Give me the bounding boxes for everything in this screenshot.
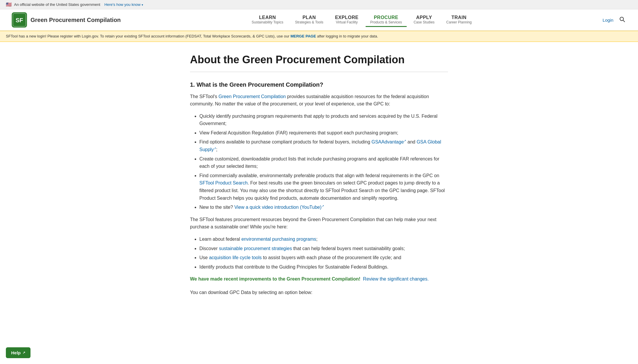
page-title: About the Green Procurement Compilation xyxy=(190,54,448,66)
improvement-notice: We have made recent improvements to the … xyxy=(190,275,448,283)
paragraph2: The SFTool features procurement resource… xyxy=(190,216,448,231)
bullet-item: Create customized, downloadable product … xyxy=(199,155,448,170)
nav-apply-sub: Case Studies xyxy=(414,20,435,24)
bullet-item: View Federal Acquisition Regulation (FAR… xyxy=(199,129,448,137)
nav-plan-sub: Strategies & Tools xyxy=(295,20,323,24)
download-text: You can download GPC Data by selecting a… xyxy=(190,289,448,296)
intro-paragraph: The SFTool's Green Procurement Compilati… xyxy=(190,93,448,108)
nav-train-sub: Career Planning xyxy=(446,20,472,24)
nav-plan[interactable]: PLAN Strategies & Tools xyxy=(290,13,328,27)
nav-train-main: TRAIN xyxy=(452,15,466,20)
how-link-text: Here's how you know xyxy=(104,2,140,7)
nav-learn-sub: Sustainability Topics xyxy=(252,20,283,24)
sustainable-procurement-link[interactable]: sustainable procurement strategies xyxy=(219,246,292,251)
main-content: About the Green Procurement Compilation … xyxy=(178,42,460,314)
nav-learn-main: LEARN xyxy=(259,15,276,20)
improvements-link[interactable]: Review the significant changes. xyxy=(363,276,429,281)
svg-line-4 xyxy=(623,20,625,22)
nav-train[interactable]: TRAIN Career Planning xyxy=(442,13,476,27)
bullet-item: Find commercially available, environment… xyxy=(199,172,448,202)
gov-banner: 🇺🇸 An official website of the United Sta… xyxy=(0,0,638,9)
bullet-item: Use acquisition life cycle tools to assi… xyxy=(199,254,448,262)
svg-point-3 xyxy=(620,17,624,20)
nav-explore-sub: Virtual Facility xyxy=(336,20,357,24)
nav-learn[interactable]: LEARN Sustainability Topics xyxy=(247,13,288,27)
svg-text:SF: SF xyxy=(16,17,23,23)
nav-explore-main: EXPLORE xyxy=(335,15,359,20)
title-divider xyxy=(190,72,448,72)
bullet-item: Quickly identify purchasing program requ… xyxy=(199,112,448,127)
gsaadvantage-link[interactable]: GSAAdvantage↗ xyxy=(371,139,406,144)
nav-procure[interactable]: PROCURE Products & Services xyxy=(366,13,407,27)
nav-apply[interactable]: APPLY Case Studies xyxy=(409,13,439,27)
nav-plan-main: PLAN xyxy=(303,15,316,20)
sftool-product-search-link[interactable]: SFTool Product Search xyxy=(199,180,248,185)
gov-banner-text: An official website of the United States… xyxy=(14,2,100,7)
bullet-item: Find options available to purchase compl… xyxy=(199,138,448,153)
bullet-item: Learn about federal environmental purcha… xyxy=(199,235,448,243)
nav-explore[interactable]: EXPLORE Virtual Facility xyxy=(330,13,363,27)
bullet-item: Identify products that contribute to the… xyxy=(199,263,448,271)
gpc-link[interactable]: Green Procurement Compilation xyxy=(218,94,286,99)
youtube-intro-link[interactable]: View a quick video introduction (YouTube… xyxy=(234,205,324,210)
acquisition-tools-link[interactable]: acquisition life cycle tools xyxy=(209,255,262,260)
search-icon xyxy=(619,16,625,22)
site-logo[interactable]: SF Green Procurement Compilation xyxy=(12,12,121,28)
us-flag: 🇺🇸 xyxy=(6,2,12,7)
main-nav: LEARN Sustainability Topics PLAN Strateg… xyxy=(247,13,476,27)
how-to-know-link[interactable]: Here's how you know ▾ xyxy=(104,2,143,7)
site-header: SF Green Procurement Compilation LEARN S… xyxy=(0,9,638,31)
section1-heading: 1. What is the Green Procurement Compila… xyxy=(190,81,448,88)
nav-procure-main: PROCURE xyxy=(374,15,398,20)
bullets-list-2: Learn about federal environmental purcha… xyxy=(199,235,448,271)
nav-procure-sub: Products & Services xyxy=(370,20,402,24)
env-purchasing-link[interactable]: environmental purchasing programs xyxy=(241,237,316,242)
alert-banner: SFTool has a new login! Please register … xyxy=(0,31,638,42)
merge-page-link[interactable]: MERGE PAGE xyxy=(291,34,316,38)
logo-icon: SF xyxy=(12,12,27,28)
nav-apply-main: APPLY xyxy=(416,15,432,20)
bullets-list-1: Quickly identify purchasing program requ… xyxy=(199,112,448,211)
site-title: Green Procurement Compilation xyxy=(30,17,121,23)
bullet-item: New to the site? View a quick video intr… xyxy=(199,204,448,211)
nav-right: Login xyxy=(603,15,626,25)
chevron-icon: ▾ xyxy=(142,3,143,6)
bullet-item: Discover sustainable procurement strateg… xyxy=(199,245,448,252)
search-button[interactable] xyxy=(618,15,626,25)
login-link[interactable]: Login xyxy=(603,18,613,23)
alert-text: SFTool has a new login! Please register … xyxy=(6,34,291,38)
alert-text-after: after logging in to migrate your data. xyxy=(317,34,378,38)
